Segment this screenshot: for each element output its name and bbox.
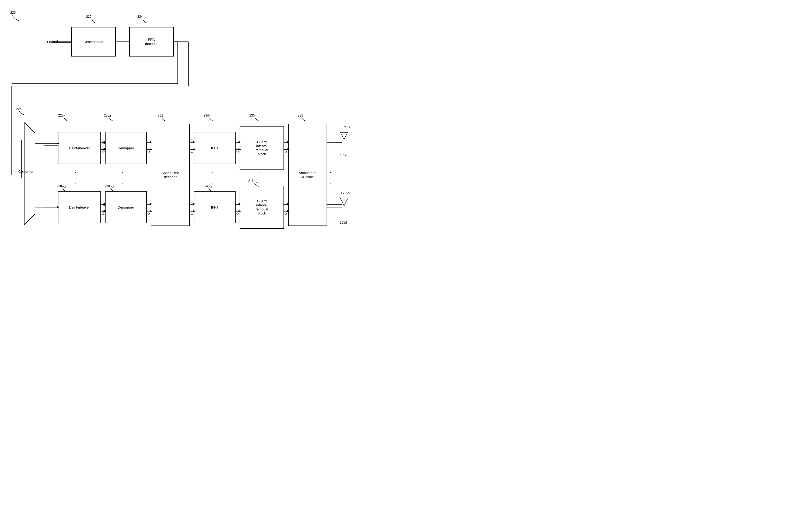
svg-marker-127 <box>238 210 241 212</box>
svg-marker-102 <box>287 148 290 150</box>
svg-text:I: I <box>191 138 192 141</box>
svg-text:Q: Q <box>236 212 239 215</box>
svg-marker-82 <box>150 141 152 143</box>
svg-marker-88 <box>193 141 195 143</box>
svg-text:Q: Q <box>148 212 150 215</box>
svg-marker-109 <box>104 210 107 212</box>
svg-marker-125 <box>238 203 241 205</box>
svg-text:I: I <box>236 138 237 141</box>
arrows-overlay: I Q I Q I Q I Q I Q <box>0 0 406 262</box>
svg-text:Q: Q <box>148 150 150 153</box>
svg-marker-133 <box>287 210 290 212</box>
svg-marker-84 <box>150 148 152 150</box>
svg-text:I: I <box>191 200 192 204</box>
svg-marker-96 <box>238 148 241 150</box>
svg-text:I: I <box>284 138 285 141</box>
svg-text:I: I <box>148 200 148 204</box>
svg-text:Q: Q <box>236 150 239 153</box>
svg-marker-131 <box>287 203 290 205</box>
svg-marker-119 <box>193 203 195 205</box>
svg-text:I: I <box>284 200 285 204</box>
svg-text:Q: Q <box>191 150 193 153</box>
svg-marker-94 <box>238 141 241 143</box>
svg-text:Q: Q <box>284 150 287 153</box>
svg-text:I: I <box>102 200 103 204</box>
svg-text:Q: Q <box>102 212 104 215</box>
svg-marker-115 <box>150 210 152 212</box>
svg-marker-100 <box>287 141 290 143</box>
svg-marker-107 <box>104 203 107 205</box>
svg-text:Q: Q <box>191 212 193 215</box>
svg-text:I: I <box>148 138 148 141</box>
svg-text:I: I <box>236 200 237 204</box>
svg-marker-113 <box>150 203 152 205</box>
svg-marker-76 <box>104 141 107 143</box>
svg-marker-74 <box>57 206 59 208</box>
svg-text:I: I <box>102 138 103 141</box>
svg-marker-72 <box>57 142 59 145</box>
svg-text:Q: Q <box>284 212 287 215</box>
svg-text:Q: Q <box>102 150 105 153</box>
